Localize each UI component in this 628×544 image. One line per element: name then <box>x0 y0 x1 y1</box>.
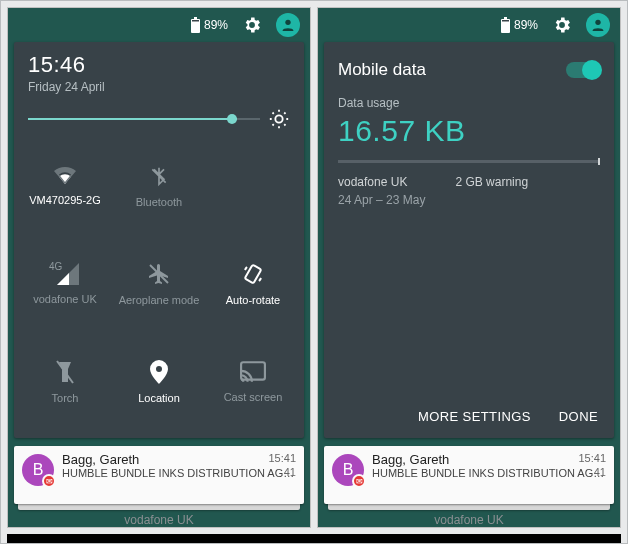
notification-title: Bagg, Gareth <box>372 452 606 467</box>
more-settings-button[interactable]: MORE SETTINGS <box>418 409 531 424</box>
notification-title: Bagg, Gareth <box>62 452 296 467</box>
clock-time[interactable]: 15:46 <box>28 52 290 78</box>
svg-rect-8 <box>504 17 507 19</box>
tile-location-label: Location <box>138 392 180 404</box>
nav-recent-button[interactable] <box>472 534 512 544</box>
notification-card[interactable]: B ✉ Bagg, Gareth HUMBLE BUNDLE INKS DIST… <box>324 446 614 504</box>
carrier-name: vodafone UK <box>338 175 425 189</box>
settings-icon[interactable] <box>242 15 262 35</box>
status-bar: 89% <box>8 8 310 42</box>
mail-badge-icon: ✉ <box>352 474 366 488</box>
navigation-bar <box>7 534 621 544</box>
rotate-icon <box>241 262 265 286</box>
tile-cast-label: Cast screen <box>224 391 283 403</box>
tile-airplane[interactable]: Aeroplane mode <box>112 238 206 330</box>
notification-subject: HUMBLE BUNDLE INKS DISTRIBUTION AGREEME… <box>62 467 296 479</box>
notification-time: 15:41 <box>268 452 296 464</box>
airplane-off-icon <box>147 262 171 286</box>
battery-pct: 89% <box>204 18 228 32</box>
screen-quick-settings: 89% 15:46 Friday 24 April <box>7 7 311 528</box>
svg-rect-2 <box>192 20 199 22</box>
panel-title: Mobile data <box>338 60 426 80</box>
battery-indicator: 89% <box>191 17 228 33</box>
notification-avatar: B ✉ <box>22 454 54 486</box>
battery-icon <box>191 17 200 33</box>
done-button[interactable]: DONE <box>559 409 598 424</box>
tile-airplane-label: Aeroplane mode <box>119 294 200 306</box>
tile-wifi[interactable]: VM470295-2G <box>18 140 112 232</box>
svg-rect-1 <box>194 17 197 19</box>
mail-badge-icon: ✉ <box>42 474 56 488</box>
torch-off-icon <box>56 360 74 384</box>
tile-torch-label: Torch <box>52 392 79 404</box>
tile-bluetooth-label: Bluetooth <box>136 196 182 208</box>
tile-torch[interactable]: Torch <box>18 336 112 428</box>
notification-avatar: B ✉ <box>332 454 364 486</box>
wifi-icon <box>52 166 78 186</box>
tile-location[interactable]: Location <box>112 336 206 428</box>
battery-pct: 89% <box>514 18 538 32</box>
tile-cast[interactable]: Cast screen <box>206 336 300 428</box>
nav-back-button[interactable] <box>116 534 156 544</box>
carrier-label: vodafone UK <box>8 510 310 527</box>
billing-period: 24 Apr – 23 May <box>338 193 425 207</box>
cast-icon <box>240 361 266 383</box>
bluetooth-off-icon <box>149 164 169 188</box>
tile-wifi-label: VM470295-2G <box>29 194 101 206</box>
mobile-data-toggle[interactable] <box>566 62 600 78</box>
nav-home-button[interactable] <box>294 534 334 544</box>
tile-cellular-label: vodafone UK <box>33 293 97 305</box>
quick-settings-panel: 15:46 Friday 24 April VM470295-2G Blueto… <box>14 42 304 438</box>
brightness-icon <box>268 108 290 130</box>
usage-label: Data usage <box>338 96 600 110</box>
brightness-slider[interactable] <box>14 106 304 136</box>
data-warning: 2 GB warning <box>455 175 528 189</box>
battery-icon <box>501 17 510 33</box>
svg-point-4 <box>275 115 282 122</box>
notification-count: 41 <box>594 466 606 478</box>
battery-indicator: 89% <box>501 17 538 33</box>
user-avatar[interactable] <box>276 13 300 37</box>
tile-bluetooth[interactable]: Bluetooth <box>112 140 206 232</box>
carrier-label: vodafone UK <box>318 510 620 527</box>
notification-subject: HUMBLE BUNDLE INKS DISTRIBUTION AGREEME… <box>372 467 606 479</box>
notification-time: 15:41 <box>578 452 606 464</box>
mobile-data-panel: Mobile data Data usage 16.57 KB vodafone… <box>324 42 614 438</box>
svg-point-10 <box>595 20 600 25</box>
status-bar: 89% <box>318 8 620 42</box>
usage-bar <box>338 160 600 163</box>
signal-icon: 4G <box>51 263 79 285</box>
tile-rotate[interactable]: Auto-rotate <box>206 238 300 330</box>
svg-point-3 <box>285 20 290 25</box>
user-avatar[interactable] <box>586 13 610 37</box>
tile-cellular[interactable]: 4G vodafone UK <box>18 238 112 330</box>
location-icon <box>150 360 168 384</box>
notification-count: 41 <box>284 466 296 478</box>
svg-rect-9 <box>502 20 509 22</box>
notification-card[interactable]: B ✉ Bagg, Gareth HUMBLE BUNDLE INKS DIST… <box>14 446 304 504</box>
usage-value: 16.57 KB <box>338 114 600 148</box>
settings-icon[interactable] <box>552 15 572 35</box>
tile-rotate-label: Auto-rotate <box>226 294 280 306</box>
clock-date[interactable]: Friday 24 April <box>28 80 290 94</box>
screen-mobile-data: 89% Mobile data Data usage 16.57 KB voda… <box>317 7 621 528</box>
